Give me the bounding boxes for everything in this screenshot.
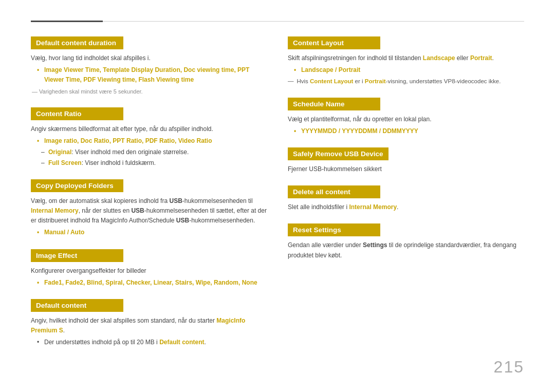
heading-content-ratio: Content Ratio (31, 107, 123, 120)
body-reset-settings: Gendan alle værdier under Settings til d… (288, 240, 524, 260)
list-item: Original: Viser indhold med den original… (41, 147, 267, 157)
body-content-ratio: Angiv skærmens billedformat alt efter ty… (31, 124, 267, 168)
top-rule-dark (31, 21, 103, 22)
text-internal-memory-ref: Internal Memory (349, 203, 397, 211)
heading-copy-deployed-folders: Copy Deployed Folders (31, 179, 123, 192)
note-default-content-duration: — Varigheden skal mindst være 5 sekunder… (31, 87, 267, 97)
body-safely-remove-usb: Fjerner USB-hukommelsen sikkert (288, 164, 524, 174)
top-rule (31, 21, 524, 22)
heading-safely-remove-usb: Safely Remove USB Device (288, 147, 388, 160)
text-internal-memory: Internal Memory (31, 207, 79, 214)
intro-copy-deployed-folders: Vælg, om der automatisk skal kopieres in… (31, 196, 267, 226)
heading-content-layout: Content Layout (288, 36, 380, 49)
text-usb3: USB (176, 217, 189, 224)
section-reset-settings: Reset Settings Gendan alle værdier under… (288, 223, 524, 260)
body-content-layout: Skift afspilningsretningen for indhold t… (288, 53, 524, 86)
intro-image-effect: Konfigurerer overgangseffekter for bille… (31, 266, 267, 276)
page-container: Default content duration Vælg, hvor lang… (0, 0, 555, 392)
list-item: Manual / Auto (37, 228, 267, 237)
list-item: Landscape / Portrait (294, 65, 524, 75)
label-fullscreen: Full Screen (48, 159, 82, 166)
intro-default-content: Angiv, hvilket indhold der skal afspille… (31, 316, 267, 335)
heading-default-content-duration: Default content duration (31, 36, 123, 49)
heading-delete-all-content: Delete all content (288, 185, 380, 198)
intro-reset-settings: Gendan alle værdier under Settings til d… (288, 240, 524, 260)
list-item: Full Screen: Viser indhold i fuldskærm. (41, 158, 267, 168)
list-default-content: Der understøttes indhold på op til 20 MB… (31, 338, 267, 347)
body-image-effect: Konfigurerer overgangseffekter for bille… (31, 266, 267, 288)
col-left: Default content duration Vælg, hvor lang… (31, 36, 267, 359)
text-usb1: USB (169, 197, 182, 204)
text-default-content-ref: Default content (159, 339, 204, 346)
list-content-ratio: Image ratio, Doc Ratio, PPT Ratio, PDF R… (31, 136, 267, 146)
list-default-content-duration: Image Viewer Time, Template Display Dura… (31, 65, 267, 85)
text-landscape: Landscape (423, 54, 455, 62)
text-portrait: Portrait (470, 54, 492, 62)
page-number: 215 (494, 358, 524, 377)
list-image-effect: Fade1, Fade2, Blind, Spiral, Checker, Li… (31, 278, 267, 288)
list-item: Image Viewer Time, Template Display Dura… (37, 65, 267, 85)
note-dash: — (288, 77, 294, 86)
intro-default-content-duration: Vælg, hvor lang tid indholdet skal afspi… (31, 53, 267, 63)
intro-content-ratio: Angiv skærmens billedformat alt efter ty… (31, 124, 267, 134)
section-image-effect: Image Effect Konfigurerer overgangseffek… (31, 249, 267, 288)
body-copy-deployed-folders: Vælg, om der automatisk skal kopieres in… (31, 196, 267, 238)
section-safely-remove-usb: Safely Remove USB Device Fjerner USB-huk… (288, 147, 524, 174)
section-default-content: Default content Angiv, hvilket indhold d… (31, 299, 267, 348)
heading-schedule-name: Schedule Name (288, 98, 380, 110)
col-right: Content Layout Skift afspilningsretninge… (288, 36, 524, 359)
note-text-content-layout: Hvis Content Layout er i Portrait-visnin… (297, 77, 501, 86)
intro-schedule-name: Vælg et plantitelformat, når du opretter… (288, 115, 524, 124)
intro-safely-remove-usb: Fjerner USB-hukommelsen sikkert (288, 164, 524, 174)
text-portrait-ref: Portrait (365, 78, 386, 84)
heading-default-content: Default content (31, 299, 123, 312)
list-copy-deployed-folders: Manual / Auto (31, 228, 267, 237)
list-item: YYYYMMDD / YYYYDDMM / DDMMYYYY (294, 126, 524, 136)
text-magicinfo: MagicInfo Premium S (31, 317, 245, 334)
section-content-layout: Content Layout Skift afspilningsretninge… (288, 36, 524, 86)
body-default-content: Angiv, hvilket indhold der skal afspille… (31, 316, 267, 348)
heading-image-effect: Image Effect (31, 249, 123, 262)
list-content-layout: Landscape / Portrait (288, 65, 524, 75)
heading-reset-settings: Reset Settings (288, 223, 380, 236)
body-delete-all-content: Slet alle indholdsfiler i Internal Memor… (288, 202, 524, 212)
label-original: Original (48, 148, 71, 156)
list-item: Image ratio, Doc Ratio, PPT Ratio, PDF R… (37, 136, 267, 146)
section-schedule-name: Schedule Name Vælg et plantitelformat, n… (288, 98, 524, 136)
note-content-layout: — Hvis Content Layout er i Portrait-visn… (288, 77, 524, 86)
list-schedule-name: YYYYMMDD / YYYYDDMM / DDMMYYYY (288, 126, 524, 136)
section-delete-all-content: Delete all content Slet alle indholdsfil… (288, 185, 524, 212)
section-content-ratio: Content Ratio Angiv skærmens billedforma… (31, 107, 267, 168)
content-columns: Default content duration Vælg, hvor lang… (31, 36, 524, 359)
intro-content-layout: Skift afspilningsretningen for indhold t… (288, 53, 524, 63)
body-schedule-name: Vælg et plantitelformat, når du opretter… (288, 115, 524, 136)
section-default-content-duration: Default content duration Vælg, hvor lang… (31, 36, 267, 96)
list-item: Der understøttes indhold på op til 20 MB… (37, 338, 267, 347)
text-usb2: USB (131, 207, 144, 214)
sublist-content-ratio: Original: Viser indhold med den original… (31, 147, 267, 168)
intro-delete-all-content: Slet alle indholdsfiler i Internal Memor… (288, 202, 524, 212)
text-settings-ref: Settings (363, 241, 387, 249)
list-item: Fade1, Fade2, Blind, Spiral, Checker, Li… (37, 278, 267, 288)
top-rule-light (103, 21, 524, 22)
section-copy-deployed-folders: Copy Deployed Folders Vælg, om der autom… (31, 179, 267, 238)
body-default-content-duration: Vælg, hvor lang tid indholdet skal afspi… (31, 53, 267, 96)
text-content-layout-ref: Content Layout (310, 78, 353, 84)
